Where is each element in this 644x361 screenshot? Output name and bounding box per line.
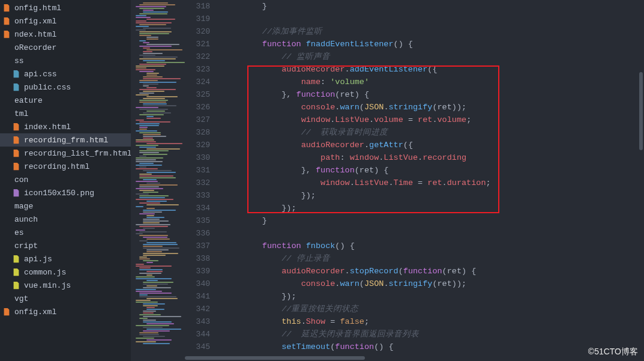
code-line[interactable]: audioRecorder.getAttr({ [223, 139, 644, 151]
code-line[interactable]: // 延迟关闭录音界面返回录音列表 [223, 328, 644, 341]
line-number: 328 [185, 126, 210, 139]
file-tree-item[interactable]: es [0, 226, 131, 239]
file-tree-item[interactable]: con [0, 173, 131, 186]
file-tree-item-label: index.html [24, 123, 71, 132]
horizontal-scrollbar-thumb[interactable] [185, 356, 365, 360]
line-number: 319 [185, 13, 210, 25]
file-tree-item-label: eature [14, 96, 43, 105]
code-line[interactable]: window.ListVue.volume = ret.volume; [223, 114, 644, 126]
code-line[interactable]: }); [223, 189, 644, 202]
code-line[interactable]: window.ListVue.Time = ret.duration; [223, 177, 644, 189]
file-explorer-sidebar[interactable]: onfig.htmlonfig.xmlndex.htmloRecorderssa… [0, 0, 131, 361]
code-line[interactable]: }, function(ret) { [223, 88, 644, 101]
code-line[interactable]: // 监听声音 [223, 50, 644, 63]
file-tree-item[interactable]: ndex.html [0, 28, 131, 41]
code-line[interactable]: }, function(ret) { [223, 164, 644, 177]
code-line[interactable]: }); [223, 202, 644, 214]
css-file-icon [12, 70, 20, 78]
file-tree-item[interactable]: recording_list_frm.html [0, 147, 131, 160]
code-line[interactable]: this.Show = false; [223, 315, 644, 328]
file-tree-item-label: api.css [24, 70, 57, 79]
file-tree-item[interactable]: aunch [0, 213, 131, 226]
file-tree-item-label: onfig.xml [14, 308, 56, 317]
code-line[interactable]: } [223, 0, 644, 13]
line-number: 341 [185, 290, 210, 303]
file-tree-item[interactable]: public.css [0, 80, 131, 94]
file-tree-item-label: icon150x150.png [24, 189, 94, 198]
file-tree-item[interactable]: recording.html [0, 160, 131, 173]
html-file-icon [12, 136, 20, 144]
code-line[interactable]: //添加事件监听 [223, 25, 644, 38]
file-tree-item-label: recording.html [24, 162, 89, 171]
vertical-scrollbar-thumb[interactable] [639, 72, 643, 150]
file-tree-item[interactable]: common.js [0, 265, 131, 279]
code-line[interactable]: //重置按钮关闭状态 [223, 303, 644, 315]
file-tree-item[interactable]: onfig.html [0, 1, 131, 14]
line-number: 323 [185, 63, 210, 76]
code-line[interactable]: audioRecorder.stopRecord(function(ret) { [223, 265, 644, 278]
code-line[interactable]: audioRecorder.addEventListener({ [223, 63, 644, 76]
file-tree-item[interactable]: vue.min.js [0, 279, 131, 292]
html-file-icon [12, 162, 20, 171]
code-line[interactable]: name: 'volume' [223, 76, 644, 88]
file-tree-item[interactable]: onfig.xml [0, 305, 131, 318]
vertical-scrollbar[interactable] [638, 0, 644, 361]
minimap[interactable] [131, 0, 185, 361]
code-area[interactable]: } //添加事件监听 function fnaddEventListener()… [221, 0, 644, 361]
file-tree-item-label: tml [14, 109, 28, 118]
code-line[interactable] [223, 227, 644, 240]
code-line[interactable] [223, 13, 644, 25]
file-tree-item-label: onfig.html [14, 4, 61, 13]
file-tree-item[interactable]: vgt [0, 292, 131, 305]
folder-file-icon [2, 228, 11, 237]
file-tree-item-label: common.js [24, 268, 66, 277]
line-number: 329 [185, 139, 210, 151]
file-tree-item-label: oRecorder [14, 43, 56, 52]
file-tree-item-label: vgt [14, 294, 28, 303]
line-number: 340 [185, 278, 210, 290]
line-number: 339 [185, 265, 210, 278]
file-tree-item-label: recording_list_frm.html [24, 149, 131, 158]
line-number: 334 [185, 202, 210, 214]
line-number: 332 [185, 177, 210, 189]
code-line[interactable]: path: window.ListVue.recording [223, 151, 644, 164]
html-file-icon [12, 123, 20, 131]
file-tree-item[interactable]: eature [0, 94, 131, 107]
css-file-icon [12, 83, 20, 91]
html-file-icon [2, 30, 11, 38]
code-line[interactable]: setTimeout(function() { [223, 341, 644, 353]
file-tree-item[interactable]: onfig.xml [0, 14, 131, 28]
code-line[interactable]: console.warn(JSON.stringify(ret)); [223, 101, 644, 114]
file-tree-item-label: cript [14, 241, 38, 250]
code-line[interactable]: }); [223, 290, 644, 303]
file-tree-item[interactable]: api.js [0, 252, 131, 265]
file-tree-item[interactable]: mage [0, 199, 131, 213]
file-tree-item[interactable]: api.css [0, 67, 131, 80]
code-line[interactable]: function fnaddEventListener() { [223, 38, 644, 50]
line-number: 324 [185, 76, 210, 88]
line-number: 336 [185, 227, 210, 240]
html-file-icon [12, 149, 20, 157]
file-tree-item[interactable]: index.html [0, 120, 131, 133]
code-line[interactable]: } [223, 214, 644, 227]
file-tree-item[interactable]: tml [0, 107, 131, 120]
code-line[interactable]: // 停止录音 [223, 252, 644, 265]
line-number: 343 [185, 315, 210, 328]
code-line[interactable]: // 获取录音时间进度 [223, 126, 644, 139]
code-editor[interactable]: 3183193203213223233243253263273283293303… [185, 0, 644, 361]
file-tree-item-label: onfig.xml [14, 17, 56, 26]
file-tree-item[interactable]: oRecorder [0, 41, 131, 54]
code-line[interactable]: console.warn(JSON.stringify(ret)); [223, 278, 644, 290]
file-tree-item[interactable]: ss [0, 54, 131, 67]
file-tree-item[interactable]: cript [0, 239, 131, 252]
xml-file-icon [2, 308, 11, 316]
file-tree-item[interactable]: recording_frm.html [0, 133, 131, 147]
horizontal-scrollbar[interactable] [185, 355, 644, 361]
line-number: 318 [185, 0, 210, 13]
folder-file-icon [2, 109, 11, 118]
line-number: 322 [185, 50, 210, 63]
code-line[interactable]: function fnbock() { [223, 240, 644, 252]
folder-file-icon [2, 43, 11, 52]
file-tree-item[interactable]: icon150x150.png [0, 186, 131, 199]
line-number: 342 [185, 303, 210, 315]
